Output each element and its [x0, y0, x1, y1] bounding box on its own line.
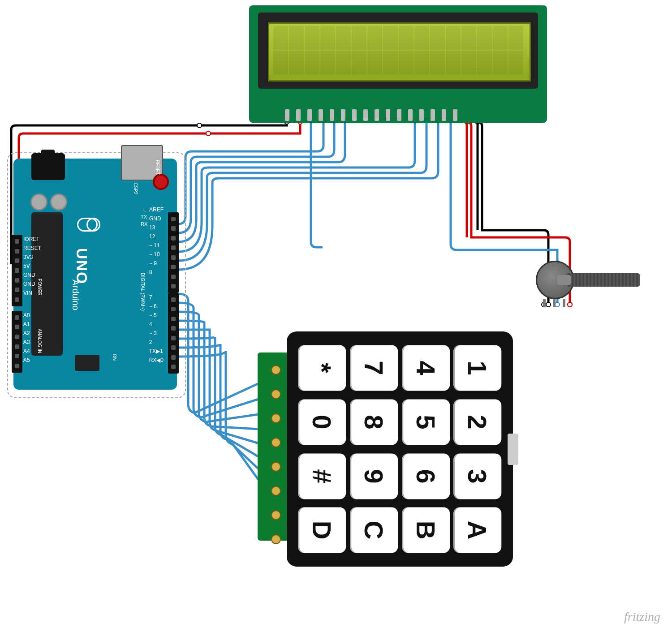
key-b[interactable]: B [402, 507, 450, 553]
digital-group-label: DIGITAL (PWM~) [140, 273, 146, 311]
pot-shaft-icon[interactable] [566, 273, 640, 287]
digital-pin-labels-bottom: 7~ 6~ 54~ 32TX▶1RX◀0 [149, 293, 164, 365]
svg-point-7 [546, 302, 551, 307]
key-2[interactable]: 2 [454, 399, 502, 445]
key-6[interactable]: 6 [402, 453, 450, 499]
keypad-notch-icon [508, 434, 518, 465]
analog-group-label: ANALOG IN [37, 329, 42, 353]
analog-header [12, 311, 22, 373]
icsp2-label: ICSP2 [133, 181, 138, 194]
keypad-4x4: * 7 4 1 0 8 5 2 # 9 6 3 D C B A [287, 331, 513, 567]
digital-header-top [168, 212, 179, 293]
key-9[interactable]: 9 [350, 453, 398, 499]
lcd-char-grid [273, 26, 523, 74]
digital-pin-labels-top: AREFGND1312~ 11~ 10~ 98 [149, 205, 164, 277]
key-1[interactable]: 1 [454, 345, 502, 391]
key-0[interactable]: 0 [298, 399, 346, 445]
key-7[interactable]: 7 [350, 345, 398, 391]
fritzing-watermark: fritzing [624, 610, 660, 624]
key-star[interactable]: * [298, 345, 346, 391]
digital-header-bottom [168, 293, 179, 374]
led-rx-label: RX [141, 221, 147, 227]
key-c[interactable]: C [350, 507, 398, 553]
on-led-label: ON [112, 354, 117, 361]
arduino-logo-icon [77, 218, 98, 232]
led-l-label: L [143, 207, 146, 212]
arduino-model-label: UNO [73, 248, 90, 285]
icsp-label: ICSP [89, 505, 100, 511]
key-5[interactable]: 5 [402, 399, 450, 445]
led-tx-label: TX [141, 214, 147, 219]
key-3[interactable]: 3 [454, 453, 502, 499]
analog-pin-labels: A0A1A2A3A4A5 [23, 311, 30, 365]
reset-button[interactable] [153, 174, 169, 190]
reset-silk-label: RESET [155, 160, 160, 175]
svg-point-6 [568, 302, 572, 307]
barrel-jack-icon [31, 153, 65, 180]
svg-point-1 [197, 123, 202, 128]
keypad-pcb [258, 353, 289, 541]
icsp-header [75, 355, 99, 371]
power-group-label: POWER [37, 279, 42, 296]
svg-point-9 [555, 302, 560, 307]
potentiometer[interactable] [536, 261, 574, 299]
key-d[interactable]: D [298, 507, 346, 553]
key-hash[interactable]: # [298, 453, 346, 499]
fritzing-circuit-diagram: Arduino UNO ICSP AREFGND1312~ 11~ 10~ 98… [0, 0, 672, 632]
power-header [12, 235, 22, 306]
svg-point-10 [568, 302, 572, 307]
key-8[interactable]: 8 [350, 399, 398, 445]
lcd-pin-header [285, 109, 457, 121]
key-a[interactable]: A [454, 507, 502, 553]
key-4[interactable]: 4 [402, 345, 450, 391]
svg-point-0 [206, 131, 211, 136]
